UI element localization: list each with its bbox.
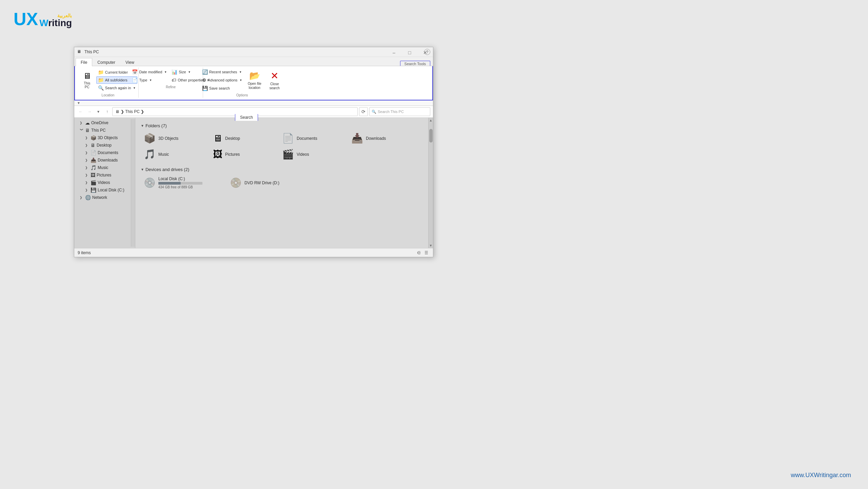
logo-riting: riting	[48, 18, 72, 28]
search-again-button[interactable]: 🔍 Search again in ▼	[96, 84, 137, 92]
pictures-expand: ❯	[85, 173, 89, 177]
close-search-icon: ✕	[271, 70, 278, 81]
drive-local-disk[interactable]: 💿 Local Disk (C:) 434 GB free of 889 GB	[141, 175, 225, 191]
all-subfolders-label: All subfolders	[105, 78, 127, 82]
scroll-up-btn[interactable]: ▲	[429, 118, 433, 122]
folder-music[interactable]: 🎵 Music	[141, 147, 209, 162]
save-search-button[interactable]: 💾 Save search	[200, 84, 244, 92]
sidebar-item-local-disk[interactable]: ❯ 💾 Local Disk (C:)	[74, 186, 131, 194]
sidebar-item-downloads[interactable]: ❯ 📥 Downloads	[74, 156, 131, 164]
type-dropdown-arrow: ▼	[149, 79, 152, 82]
drives-section-label: Devices and drives (2)	[145, 167, 189, 172]
local-disk-fill	[158, 182, 181, 185]
sidebar-item-onedrive[interactable]: ❯ ☁ OneDrive	[74, 119, 131, 127]
search-ribbon: 🖥 This PC 📁 Current folder 📁 All subfold…	[74, 66, 433, 100]
drives-section-header: ▼ Devices and drives (2)	[141, 167, 423, 172]
this-pc-sidebar-icon: 🖥	[85, 128, 90, 133]
folder-pictures[interactable]: 🖼 Pictures	[210, 147, 278, 162]
options-group-label: Options	[236, 93, 248, 97]
logo-w: W	[39, 18, 48, 28]
scroll-thumb[interactable]	[429, 129, 433, 143]
folder-documents[interactable]: 📄 Documents	[279, 131, 347, 146]
sidebar-item-3d-objects[interactable]: ❯ 📦 3D Objects	[74, 134, 131, 142]
search-again-icon: 🔍	[98, 85, 104, 91]
downloads-expand: ❯	[85, 158, 89, 162]
folder-pictures-icon: 🖼	[213, 149, 222, 160]
type-button[interactable]: 📄 Type ▼	[130, 76, 169, 84]
back-button[interactable]: ←	[77, 108, 84, 115]
this-pc-sidebar-label: This PC	[91, 128, 106, 133]
search-again-label: Search again in	[105, 86, 131, 90]
help-button[interactable]: ?	[424, 49, 430, 55]
local-disk-bar	[158, 182, 202, 185]
date-modified-label: Date modified	[139, 70, 162, 74]
advanced-options-button[interactable]: ⚙ Advanced options ▼	[200, 76, 244, 84]
downloads-icon: 📥	[91, 157, 96, 163]
scroll-down-btn[interactable]: ▼	[429, 244, 433, 248]
minimize-button[interactable]: –	[386, 47, 402, 58]
folder-3d-objects[interactable]: 📦 3D Objects	[141, 131, 209, 146]
advanced-options-arrow: ▼	[239, 79, 242, 82]
date-modified-button[interactable]: 📅 Date modified ▼	[130, 68, 169, 76]
website-url: www.UXWritingar.com	[791, 472, 851, 479]
local-disk-info: Local Disk (C:) 434 GB free of 889 GB	[158, 176, 222, 189]
desktop-expand: ❯	[85, 144, 89, 147]
dvd-drive-name: DVD RW Drive (D:)	[244, 181, 309, 185]
desktop-icon: 🖥	[91, 143, 95, 148]
open-file-location-button[interactable]: 📂 Open file location	[245, 69, 264, 92]
this-pc-big-button[interactable]: 🖥 This PC	[79, 70, 96, 91]
advanced-options-icon: ⚙	[202, 77, 206, 83]
onedrive-expand-arrow: ❯	[80, 121, 84, 125]
recent-searches-button[interactable]: 🔄 Recent searches ▼	[200, 68, 244, 76]
drive-dvd[interactable]: 📀 DVD RW Drive (D:)	[227, 175, 312, 191]
folder-downloads[interactable]: 📥 Downloads ✔	[348, 131, 416, 146]
date-dropdown-arrow: ▼	[164, 71, 167, 74]
folder-desktop[interactable]: 🖥 Desktop	[210, 131, 278, 146]
network-label: Network	[92, 195, 107, 200]
folder-documents-name: Documents	[297, 136, 317, 141]
3d-icon: 📦	[91, 135, 96, 140]
refresh-button[interactable]: ⟳	[359, 107, 368, 116]
current-folder-icon: 📁	[98, 70, 104, 75]
tab-view[interactable]: View	[120, 58, 139, 66]
folders-section-header: ▼ Folders (7)	[141, 123, 423, 128]
folder-videos-name: Videos	[297, 152, 309, 157]
sidebar-item-pictures[interactable]: ❯ 🖼 Pictures	[74, 171, 131, 179]
maximize-button[interactable]: □	[402, 47, 417, 58]
sidebar-item-music[interactable]: ❯ 🎵 Music	[74, 164, 131, 171]
local-disk-drive-icon: 💿	[144, 177, 156, 188]
grid-view-button[interactable]: ⋳	[415, 249, 422, 256]
folders-grid: 📦 3D Objects 🖥 Desktop 📄 Documents 📥 Dow…	[141, 131, 423, 162]
sidebar-item-videos[interactable]: ❯ 🎬 Videos	[74, 179, 131, 186]
close-search-button[interactable]: ✕ Close search	[265, 69, 284, 92]
search-icon: 🔍	[372, 110, 376, 114]
local-disk-label: Local Disk (C:)	[98, 188, 124, 192]
search-context-bar: ▼	[74, 100, 433, 106]
forward-button[interactable]: →	[86, 108, 93, 115]
current-folder-label: Current folder	[105, 70, 128, 74]
sidebar-item-network[interactable]: ❯ 🌐 Network	[74, 194, 131, 201]
videos-icon: 🎬	[91, 180, 96, 185]
sidebar-item-this-pc[interactable]: ❯ 🖥 This PC	[74, 127, 131, 134]
tab-computer[interactable]: Computer	[92, 58, 120, 66]
sidebar-item-desktop[interactable]: ❯ 🖥 Desktop	[74, 142, 131, 149]
local-disk-size: 434 GB free of 889 GB	[158, 185, 222, 189]
items-count: 9 items	[78, 250, 91, 255]
up-button[interactable]: ↑	[103, 108, 111, 115]
search-tab-active[interactable]: Search	[235, 114, 258, 121]
tab-file[interactable]: File	[76, 58, 92, 66]
dropdown-button[interactable]: ▾	[95, 108, 102, 115]
search-box[interactable]: 🔍 Search This PC	[369, 107, 430, 116]
folders-arrow: ▼	[141, 124, 144, 128]
logo-writing-block: بالعربية Writing	[39, 13, 72, 28]
pictures-label: Pictures	[97, 173, 111, 177]
sidebar-item-documents[interactable]: ❯ 📄 Documents	[74, 149, 131, 156]
local-disk-drive-name: Local Disk (C:)	[158, 176, 222, 181]
list-view-button[interactable]: ☰	[423, 249, 430, 256]
sidebar: ❯ ☁ OneDrive ❯ 🖥 This PC ❯ 📦 3D Objects	[74, 118, 135, 248]
main-scrollbar[interactable]: ▲ ▼	[428, 118, 433, 248]
refine-left: 📅 Date modified ▼ 📄 Type ▼	[130, 68, 169, 84]
folder-videos[interactable]: 🎬 Videos	[279, 147, 347, 162]
type-label: Type	[139, 78, 147, 82]
properties-icon: 🏷	[172, 77, 176, 83]
